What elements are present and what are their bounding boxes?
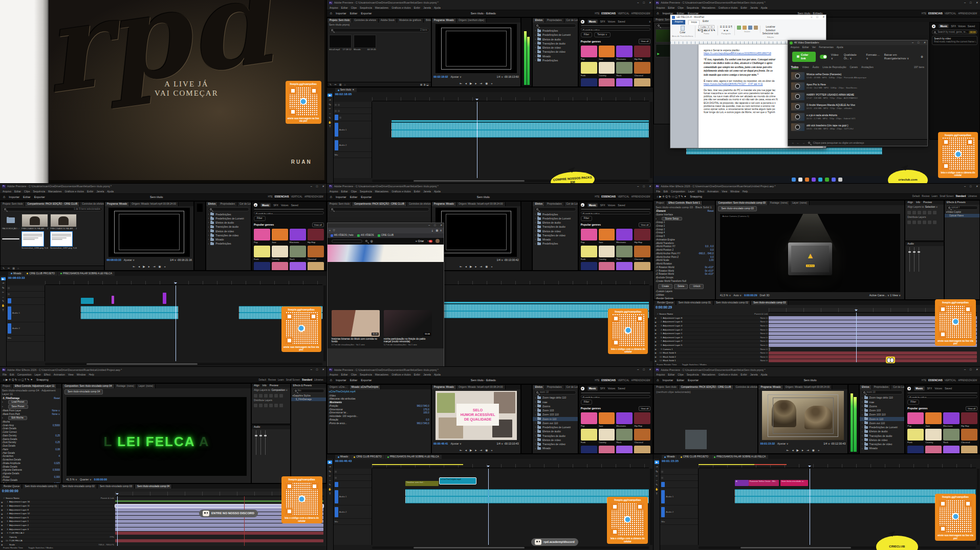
panel-tab[interactable]: Project: [654, 201, 666, 205]
project-clip[interactable]: felca4.mp417:18:12: [329, 35, 352, 51]
layer-bar-row[interactable]: [115, 527, 323, 532]
menu-item[interactable]: Effect: [44, 373, 51, 376]
window-controls[interactable]: –□✕: [311, 368, 324, 371]
effects-folder[interactable]: ›Efeitos de vídeo: [533, 46, 577, 50]
epidemic-search-input[interactable]: Search by mood, genre, re...00:00: [254, 209, 324, 210]
menu-item[interactable]: Clipe: [678, 6, 683, 9]
sequence-tab[interactable]: PRECISAMOS FALAR SOBRE A LEI FELCA: [385, 455, 442, 459]
workspace-tab[interactable]: Small Screen: [940, 195, 953, 198]
menu-item[interactable]: Gráficos e títulos: [718, 6, 738, 9]
epidemic-tab[interactable]: Saved: [291, 204, 298, 207]
genre-tile[interactable]: Classical: [634, 429, 650, 444]
window-controls[interactable]: –□✕: [811, 15, 824, 19]
window-controls[interactable]: –□✕: [964, 185, 978, 188]
menu-item[interactable]: Arquivo: [656, 6, 665, 9]
graphic-clip[interactable]: [112, 296, 114, 304]
vertical-scrollbar[interactable]: [650, 469, 652, 545]
effect-property-row[interactable]: ›World Position XY0,0 , 0,0: [654, 245, 715, 249]
mode-tab[interactable]: Editar: [23, 195, 31, 199]
project-footer-tools[interactable]: ✎≔▦⌂: [1, 266, 104, 270]
effects-folder[interactable]: ›Predefinições de Lumetri: [533, 216, 577, 221]
panel-tab[interactable]: Controles de efeitos: [80, 202, 104, 206]
effect-property-row[interactable]: ›Grain Amp0,5000: [1, 424, 61, 427]
vertical-scrollbar[interactable]: [323, 285, 326, 362]
timeline-lanes[interactable]: [372, 102, 649, 178]
clip-property-row[interactable]: ›Posição960,0 540,0: [328, 404, 431, 408]
program-tab[interactable]: Programa: Mixado: [432, 385, 456, 389]
clip-property-row[interactable]: ›Dimensionar lar...100,0: [328, 411, 431, 415]
menu-item[interactable]: Help: [743, 190, 748, 193]
workspace-tab[interactable]: ESSENCIAIS: [275, 195, 289, 199]
effects-folder[interactable]: ›Transições de vídeo: [860, 442, 904, 446]
menu-item[interactable]: Effect: [698, 190, 704, 193]
menu-item[interactable]: Ajuda: [434, 190, 441, 193]
menu-item[interactable]: Arquivo: [3, 190, 11, 193]
layer-row[interactable]: ◉6Adjustment Layer 3None ∨: [654, 336, 769, 340]
effects-search-input[interactable]: [534, 24, 576, 28]
effect-property-row[interactable]: ›World Rotation: [654, 262, 715, 266]
workspace-tab[interactable]: APRENDIZAGEM: [958, 379, 977, 382]
workspace-tab[interactable]: HTE: [595, 195, 599, 199]
effects-panel-tab[interactable]: Efeitos: [533, 18, 545, 23]
library-tab[interactable]: Áudio: [812, 65, 819, 69]
download-item[interactable]: O André Marques Manda AQUELE Ao Vivo02:2…: [788, 101, 927, 112]
effects-folder[interactable]: ›Mixado: [533, 237, 577, 241]
render-queue-tab[interactable]: Render Queue: [2, 485, 22, 489]
effect-property-row[interactable]: ›Save Preset: [1, 405, 61, 409]
effect-property-row[interactable]: ›Group 2: [654, 224, 715, 228]
genre-tile[interactable]: Jazz: [599, 229, 615, 244]
effect-search-result[interactable]: ›Zoom 103 110: [860, 412, 904, 416]
effect-property-row[interactable]: ›Scratches4: [1, 455, 61, 458]
layer-row[interactable]: ◉1Adjustment Layer 8None ∨: [654, 316, 769, 320]
mode-tab[interactable]: Editar: [350, 195, 358, 199]
genre-tile[interactable]: Funk: [581, 429, 597, 444]
epidemic-tab[interactable]: Voices: [608, 204, 616, 207]
effect-property-row[interactable]: ›Dust Details: [1, 445, 61, 448]
window-controls[interactable]: –□✕: [637, 1, 651, 5]
menu-item[interactable]: Editar: [341, 6, 348, 9]
layer-bar-row[interactable]: [115, 523, 323, 527]
menu-item[interactable]: Ajuda: [107, 190, 114, 193]
epidemic-tab[interactable]: SFX: [600, 20, 605, 23]
composition-tab[interactable]: Composition: Sem título-vinculado comp 0…: [716, 201, 768, 205]
workspace-tab[interactable]: ESSENCIAIS: [601, 379, 616, 382]
panel-tab[interactable]: Mixado: uCrieTheOnlybit: [350, 385, 381, 389]
mode-tab[interactable]: Importar: [336, 195, 346, 199]
panel-tab[interactable]: Project: [1, 384, 13, 388]
comp-timeline-tab[interactable]: Sem título-vinculado comp 03: [751, 301, 788, 305]
workspace-tab[interactable]: ESSENCIAIS: [928, 12, 943, 15]
genre-tile[interactable]: Country: [925, 429, 942, 444]
epidemic-tab[interactable]: Music: [914, 386, 924, 390]
menu-item[interactable]: Composition: [17, 373, 32, 376]
timeline-ruler[interactable]: [372, 97, 649, 101]
menu-item[interactable]: Arquivo: [330, 6, 338, 9]
search-by-video[interactable]: Search by videoFind music matching the c…: [932, 36, 977, 45]
workspace-tab[interactable]: APRENDIZAGEM: [631, 12, 650, 15]
genre-tile[interactable]: Classical: [308, 246, 324, 260]
effect-property-row[interactable]: ›Group 3: [654, 228, 715, 231]
audio-clip[interactable]: [686, 147, 882, 155]
menu-item[interactable]: Sequência: [360, 190, 372, 193]
genre-tile[interactable]: Country: [599, 62, 615, 77]
workspace-tab[interactable]: APRENDIZAGEM: [958, 12, 977, 15]
video-card[interactable]: 15:06 minha participação no fristyle do …: [384, 310, 432, 346]
audio-sliders[interactable]: [905, 246, 944, 273]
effect-property-row[interactable]: ›Mask From PathNone ∨: [1, 412, 61, 416]
filter-button[interactable]: Filter: [581, 32, 593, 37]
effects-panel-tab[interactable]: Efeitos: [206, 202, 219, 206]
source-tab[interactable]: Origem: Mixado: felca4.mp4 00:08:24:00: [456, 385, 506, 389]
menu-item[interactable]: Editar: [341, 190, 348, 193]
window-controls[interactable]: –□✕: [637, 368, 651, 371]
genre-tile[interactable]: Electronic: [616, 229, 633, 244]
menu-item[interactable]: Window: [730, 190, 739, 193]
playhead[interactable]: [856, 313, 857, 363]
timeline-lanes[interactable]: [45, 285, 322, 362]
ribbon-tab[interactable]: Início: [688, 20, 699, 25]
download-item[interactable]: oiiii vick brasileiro (Um tape na gopi )…: [788, 122, 927, 132]
download-item[interactable]: HARRY POTTER USANDO ARMA MEME17:47 · 118…: [788, 91, 927, 101]
library-tab[interactable]: Canais: [850, 65, 858, 69]
epidemic-search-input[interactable]: Search by mood, genre, re...00:00: [907, 392, 977, 393]
workspace-tab[interactable]: APRENDIZAGEM: [631, 379, 650, 382]
layer-row[interactable]: ◉3Adjustment Layer 4None ∨: [654, 324, 769, 328]
genre-tile[interactable]: Rock: [616, 62, 633, 77]
